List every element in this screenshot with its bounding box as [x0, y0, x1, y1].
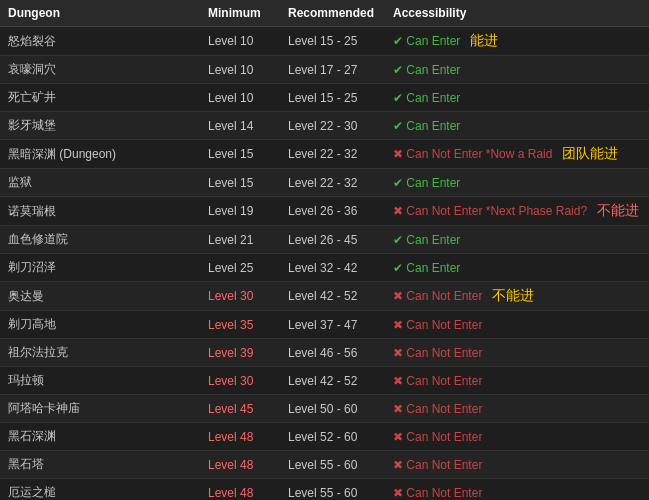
accessibility-status: ✖ Can Not Enter *Next Phase Raid?不能进	[385, 197, 649, 226]
can-enter-text: ✔ Can Enter	[393, 63, 460, 77]
dungeon-name: 阿塔哈卡神庙	[0, 395, 200, 423]
header-minimum: Minimum	[200, 0, 280, 27]
accessibility-status: ✔ Can Enter	[385, 226, 649, 254]
can-enter-text: ✔ Can Enter	[393, 233, 460, 247]
cannot-enter-text: ✖ Can Not Enter *Now a Raid	[393, 147, 552, 161]
accessibility-status: ✔ Can Enter	[385, 56, 649, 84]
minimum-level: Level 10	[200, 56, 280, 84]
accessibility-status: ✔ Can Enter	[385, 84, 649, 112]
minimum-level-value: Level 30	[208, 289, 253, 303]
recommended-level: Level 50 - 60	[280, 395, 385, 423]
accessibility-status: ✖ Can Not Enter	[385, 423, 649, 451]
recommended-level: Level 37 - 47	[280, 311, 385, 339]
dungeon-name: 剃刀沼泽	[0, 254, 200, 282]
dungeon-name: 诺莫瑞根	[0, 197, 200, 226]
dungeon-name: 血色修道院	[0, 226, 200, 254]
can-enter-text: ✔ Can Enter	[393, 261, 460, 275]
accessibility-status: ✔ Can Enter	[385, 169, 649, 197]
annotation-text: 能进	[470, 32, 498, 48]
can-enter-text: ✔ Can Enter	[393, 176, 460, 190]
recommended-level: Level 32 - 42	[280, 254, 385, 282]
table-row: 黑石深渊Level 48Level 52 - 60✖ Can Not Enter	[0, 423, 649, 451]
table-row: 哀嚎洞穴Level 10Level 17 - 27✔ Can Enter	[0, 56, 649, 84]
accessibility-status: ✖ Can Not Enter *Now a Raid团队能进	[385, 140, 649, 169]
minimum-level: Level 15	[200, 140, 280, 169]
table-row: 阿塔哈卡神庙Level 45Level 50 - 60✖ Can Not Ent…	[0, 395, 649, 423]
can-enter-text: ✔ Can Enter	[393, 34, 460, 48]
accessibility-status: ✖ Can Not Enter	[385, 311, 649, 339]
dungeon-name: 哀嚎洞穴	[0, 56, 200, 84]
minimum-level-value: Level 48	[208, 486, 253, 500]
recommended-level: Level 26 - 36	[280, 197, 385, 226]
table-row: 死亡矿井Level 10Level 15 - 25✔ Can Enter	[0, 84, 649, 112]
table-row: 怒焰裂谷Level 10Level 15 - 25✔ Can Enter能进	[0, 27, 649, 56]
header-dungeon: Dungeon	[0, 0, 200, 27]
minimum-level: Level 35	[200, 311, 280, 339]
cannot-enter-text: ✖ Can Not Enter	[393, 318, 482, 332]
minimum-level: Level 39	[200, 339, 280, 367]
minimum-level: Level 19	[200, 197, 280, 226]
accessibility-status: ✔ Can Enter能进	[385, 27, 649, 56]
minimum-level: Level 30	[200, 367, 280, 395]
cannot-enter-text: ✖ Can Not Enter	[393, 458, 482, 472]
dungeon-name: 祖尔法拉克	[0, 339, 200, 367]
minimum-level: Level 15	[200, 169, 280, 197]
cannot-enter-text: ✖ Can Not Enter *Next Phase Raid?	[393, 204, 587, 218]
dungeon-name: 黑石塔	[0, 451, 200, 479]
recommended-level: Level 15 - 25	[280, 27, 385, 56]
table-row: 黑石塔Level 48Level 55 - 60✖ Can Not Enter	[0, 451, 649, 479]
minimum-level: Level 48	[200, 423, 280, 451]
minimum-level: Level 10	[200, 84, 280, 112]
accessibility-status: ✖ Can Not Enter	[385, 395, 649, 423]
can-enter-text: ✔ Can Enter	[393, 91, 460, 105]
accessibility-status: ✔ Can Enter	[385, 254, 649, 282]
dungeon-name: 奥达曼	[0, 282, 200, 311]
cannot-enter-text: ✖ Can Not Enter	[393, 374, 482, 388]
recommended-level: Level 26 - 45	[280, 226, 385, 254]
cannot-enter-text: ✖ Can Not Enter	[393, 289, 482, 303]
recommended-level: Level 15 - 25	[280, 84, 385, 112]
cannot-enter-text: ✖ Can Not Enter	[393, 486, 482, 500]
dungeon-name: 黑石深渊	[0, 423, 200, 451]
header-recommended: Recommended	[280, 0, 385, 27]
dungeon-name: 玛拉顿	[0, 367, 200, 395]
minimum-level-value: Level 30	[208, 374, 253, 388]
recommended-level: Level 52 - 60	[280, 423, 385, 451]
accessibility-status: ✖ Can Not Enter不能进	[385, 282, 649, 311]
minimum-level: Level 21	[200, 226, 280, 254]
dungeon-name: 死亡矿井	[0, 84, 200, 112]
minimum-level: Level 48	[200, 479, 280, 501]
recommended-level: Level 55 - 60	[280, 479, 385, 501]
dungeon-name: 怒焰裂谷	[0, 27, 200, 56]
cannot-enter-text: ✖ Can Not Enter	[393, 430, 482, 444]
table-row: 剃刀高地Level 35Level 37 - 47✖ Can Not Enter	[0, 311, 649, 339]
accessibility-status: ✖ Can Not Enter	[385, 479, 649, 501]
minimum-level-value: Level 39	[208, 346, 253, 360]
dungeon-name: 监狱	[0, 169, 200, 197]
dungeon-name: 厄运之槌	[0, 479, 200, 501]
minimum-level: Level 48	[200, 451, 280, 479]
recommended-level: Level 42 - 52	[280, 367, 385, 395]
minimum-level: Level 30	[200, 282, 280, 311]
table-row: 黑暗深渊 (Dungeon)Level 15Level 22 - 32✖ Can…	[0, 140, 649, 169]
can-enter-text: ✔ Can Enter	[393, 119, 460, 133]
accessibility-status: ✖ Can Not Enter	[385, 451, 649, 479]
table-row: 监狱Level 15Level 22 - 32✔ Can Enter	[0, 169, 649, 197]
accessibility-status: ✖ Can Not Enter	[385, 339, 649, 367]
table-row: 玛拉顿Level 30Level 42 - 52✖ Can Not Enter	[0, 367, 649, 395]
table-row: 剃刀沼泽Level 25Level 32 - 42✔ Can Enter	[0, 254, 649, 282]
header-accessibility: Accessibility	[385, 0, 649, 27]
table-row: 诺莫瑞根Level 19Level 26 - 36✖ Can Not Enter…	[0, 197, 649, 226]
dungeon-name: 影牙城堡	[0, 112, 200, 140]
minimum-level-value: Level 48	[208, 430, 253, 444]
dungeon-name: 黑暗深渊 (Dungeon)	[0, 140, 200, 169]
dungeon-name: 剃刀高地	[0, 311, 200, 339]
table-row: 影牙城堡Level 14Level 22 - 30✔ Can Enter	[0, 112, 649, 140]
recommended-level: Level 22 - 32	[280, 169, 385, 197]
minimum-level: Level 45	[200, 395, 280, 423]
cannot-enter-text: ✖ Can Not Enter	[393, 402, 482, 416]
accessibility-status: ✖ Can Not Enter	[385, 367, 649, 395]
recommended-level: Level 22 - 30	[280, 112, 385, 140]
cannot-enter-text: ✖ Can Not Enter	[393, 346, 482, 360]
recommended-level: Level 17 - 27	[280, 56, 385, 84]
